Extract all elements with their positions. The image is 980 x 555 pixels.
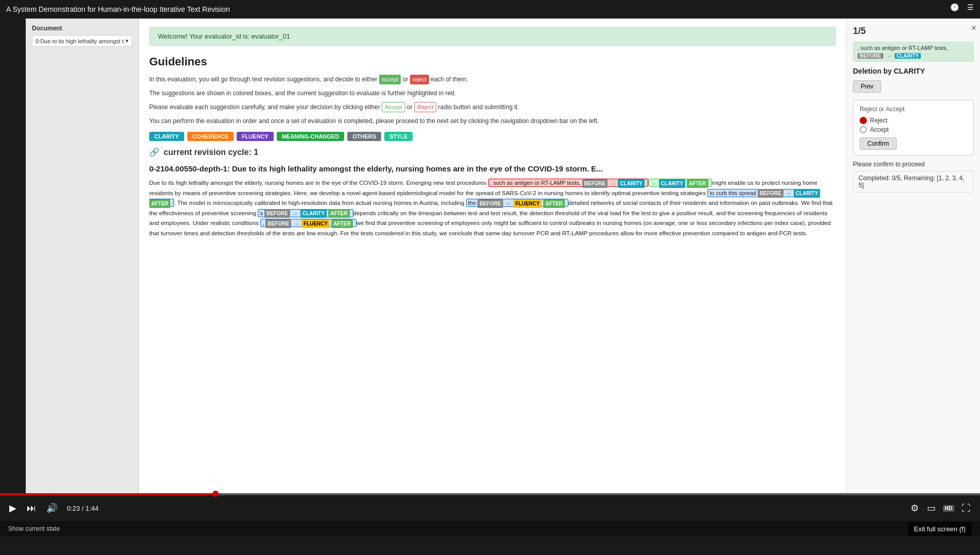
cat-others: OTHERS bbox=[347, 132, 381, 141]
play-button[interactable]: ▶ bbox=[8, 501, 17, 515]
title-bar: A System Demonstration for Human-in-the-… bbox=[0, 0, 980, 19]
subtitles-button[interactable]: ▭ bbox=[926, 501, 937, 515]
cat-style: STYLE bbox=[384, 132, 413, 141]
confirm-button[interactable]: Confirm bbox=[860, 137, 897, 150]
reject-radio-row[interactable]: Reject bbox=[860, 117, 967, 124]
panel-clarity-tag: CLARITY bbox=[895, 53, 921, 59]
annotation-green-1: → CLARITY AFTER bbox=[648, 179, 712, 187]
document-body: Due to its high lethality amongst the el… bbox=[149, 178, 836, 238]
progress-bar[interactable] bbox=[0, 493, 980, 495]
bottom-bar: Show current state Exit full screen (f) bbox=[0, 521, 980, 536]
panel-completed-box: Completed: 0/5, Remaining: [1, 2, 3, 4, … bbox=[853, 171, 974, 193]
clarity-tag-3: CLARITY bbox=[794, 189, 820, 198]
reject-outline-tag: Reject bbox=[414, 102, 436, 113]
cat-coherence: COHERENCE bbox=[187, 132, 234, 141]
right-panel: 1/5 , such as antigen or RT-LAMP tests, … bbox=[846, 19, 980, 493]
prev-button[interactable]: Prev bbox=[853, 80, 881, 93]
clock-icon: 🕐 bbox=[950, 3, 959, 11]
panel-deletion-title: Deletion by CLARITY bbox=[853, 67, 974, 75]
fluency-tag-2: FLUENCY bbox=[301, 219, 330, 228]
after-tag-5: AFTER bbox=[331, 219, 352, 228]
exit-fullscreen-button[interactable]: Exit full screen (f) bbox=[908, 522, 972, 536]
document-select[interactable]: 0:Due to its high lethality amongst t...… bbox=[32, 35, 132, 47]
hd-badge: HD bbox=[943, 505, 954, 512]
document-title: 0-2104.00550-depth-1: Due to its high le… bbox=[149, 164, 836, 173]
fullscreen-button[interactable]: ⛶ bbox=[960, 502, 972, 515]
cat-fluency: FLUENCY bbox=[237, 132, 274, 141]
controls-row: ▶ ⏭ 🔊 0:23 / 1:44 ⚙ ▭ HD ⛶ bbox=[0, 495, 980, 521]
guideline-line4: You can perform the evaluation in order … bbox=[149, 116, 836, 126]
revision-cycle-label: current revision cycle: 1 bbox=[164, 148, 258, 157]
reject-accept-box: Reject or Accept Reject Accept Confirm bbox=[853, 100, 974, 155]
annotation-blue-4: , BEFORE → FLUENCY AFTER bbox=[260, 219, 357, 227]
sidebar: ✕ Document 0:Due to its high lethality a… bbox=[26, 19, 139, 493]
before-tag-5: BEFORE bbox=[265, 219, 291, 228]
time-display: 0:23 / 1:44 bbox=[67, 505, 98, 512]
fluency-tag-1: FLUENCY bbox=[513, 199, 542, 208]
video-controls: ▶ ⏭ 🔊 0:23 / 1:44 ⚙ ▭ HD ⛶ Show current … bbox=[0, 493, 980, 555]
sidebar-document-label: Document bbox=[32, 25, 132, 32]
progress-dot bbox=[212, 491, 219, 497]
after-tag-1: AFTER bbox=[687, 179, 708, 188]
cat-meaning-changed: MEANING-CHANGED bbox=[277, 132, 344, 141]
before-tag-1: BEFORE bbox=[582, 179, 608, 188]
panel-highlight-box: , such as antigen or RT-LAMP tests, BEFO… bbox=[853, 42, 974, 62]
before-tag-3: BEFORE bbox=[477, 199, 503, 208]
accept-radio-row[interactable]: Accept bbox=[860, 126, 967, 133]
after-tag-2: AFTER bbox=[149, 199, 170, 208]
time-total: 1:44 bbox=[85, 505, 98, 512]
settings-button[interactable]: ⚙ bbox=[910, 501, 920, 515]
revision-cycle: 🔗 current revision cycle: 1 bbox=[149, 147, 836, 157]
right-controls: ⚙ ▭ HD ⛶ bbox=[910, 501, 972, 515]
annotation-red-1: , such as antigen or RT-LAMP tests, BEFO… bbox=[488, 179, 648, 187]
menu-icon: ☰ bbox=[967, 3, 974, 11]
accept-radio-dot[interactable] bbox=[860, 126, 867, 133]
time-current: 0:23 bbox=[67, 505, 80, 512]
reject-accept-title: Reject or Accept bbox=[860, 106, 967, 113]
link-icon: 🔗 bbox=[149, 147, 159, 157]
close-icon[interactable]: ✕ bbox=[971, 24, 977, 32]
panel-highlight-text: , such as antigen or RT-LAMP tests, bbox=[858, 45, 948, 51]
reject-radio-label: Reject bbox=[870, 117, 887, 124]
after-tag-3: AFTER bbox=[543, 199, 564, 208]
title-bar-icons: 🕐 ☰ bbox=[950, 3, 974, 11]
mute-button[interactable]: 🔊 bbox=[45, 501, 59, 515]
welcome-text: Welcome! Your evaluator_id is: evaluator… bbox=[158, 32, 290, 40]
clarity-tag-1: CLARITY bbox=[618, 179, 644, 188]
progress-fill bbox=[0, 493, 216, 495]
welcome-banner: Welcome! Your evaluator_id is: evaluator… bbox=[149, 27, 836, 46]
clarity-tag-4: CLARITY bbox=[300, 209, 327, 218]
cat-clarity: CLARITY bbox=[149, 132, 184, 141]
video-title: A System Demonstration for Human-in-the-… bbox=[6, 5, 230, 13]
video-content: ✕ Document 0:Due to its high lethality a… bbox=[26, 19, 980, 493]
panel-before-tag: BEFORE bbox=[858, 53, 883, 59]
annotation-blue-3: s BEFORE → CLARITY AFTER bbox=[258, 209, 353, 217]
accept-outline-tag: Accept bbox=[382, 102, 405, 113]
accept-tag: accept bbox=[379, 75, 401, 84]
annotation-blue-2: the BEFORE → FLUENCY AFTER bbox=[466, 199, 568, 207]
panel-counter: 1/5 bbox=[853, 26, 974, 37]
guideline-line1: In this evaluation, you will go through … bbox=[149, 75, 836, 84]
chevron-down-icon: ▾ bbox=[126, 38, 129, 44]
guidelines-title: Guidelines bbox=[149, 55, 836, 68]
clarity-tag-2: CLARITY bbox=[659, 179, 685, 188]
guideline-line2: The suggestions are shown in colored box… bbox=[149, 89, 836, 98]
before-tag-2: BEFORE bbox=[758, 189, 783, 198]
guideline-line3: Please evaluate each suggestion carefull… bbox=[149, 102, 836, 113]
document-select-value: 0:Due to its high lethality amongst t... bbox=[35, 38, 126, 44]
reject-tag: reject bbox=[410, 75, 429, 84]
before-tag-4: BEFORE bbox=[264, 209, 290, 218]
skip-button[interactable]: ⏭ bbox=[26, 502, 37, 515]
panel-confirm-text: Please confirm to proceed bbox=[853, 161, 974, 168]
show-state-link[interactable]: Show current state bbox=[8, 525, 60, 532]
reject-radio-dot[interactable] bbox=[860, 117, 867, 124]
main-content: Welcome! Your evaluator_id is: evaluator… bbox=[139, 19, 846, 493]
accept-radio-label: Accept bbox=[870, 126, 889, 133]
after-tag-4: AFTER bbox=[328, 209, 349, 218]
category-tags: CLARITY COHERENCE FLUENCY MEANING-CHANGE… bbox=[149, 132, 836, 141]
